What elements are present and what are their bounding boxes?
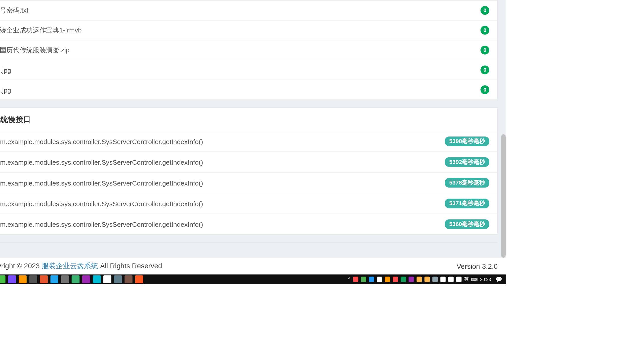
duration-badge: 5360毫秒毫秒: [445, 219, 489, 229]
taskbar-app-icon[interactable]: [40, 275, 48, 283]
slow-api-panel: 系统慢接口 com.example.modules.sys.controller…: [0, 108, 498, 235]
tray-icon[interactable]: [432, 277, 438, 282]
taskbar-app-icon[interactable]: [93, 275, 101, 283]
notification-center-icon[interactable]: 💬: [496, 276, 502, 283]
download-count-badge: 0: [480, 46, 489, 55]
api-name: com.example.modules.sys.controller.SysSe…: [0, 220, 203, 228]
file-name: 服装企业成功运作宝典1-.rmvb: [0, 26, 82, 34]
tray-icon[interactable]: [369, 277, 374, 282]
slow-api-row[interactable]: com.example.modules.sys.controller.SysSe…: [0, 173, 497, 193]
taskbar-app-icon[interactable]: [114, 275, 122, 283]
tray-icon[interactable]: [361, 277, 366, 282]
file-name: 14.jpg: [0, 86, 11, 94]
scrollbar-thumb[interactable]: [501, 134, 506, 258]
api-name: com.example.modules.sys.controller.SysSe…: [0, 200, 203, 207]
taskbar-app-icon[interactable]: [50, 275, 58, 283]
footer: Copyright © 2023 服装企业云盘系统 All Rights Res…: [0, 258, 506, 275]
tray-icon[interactable]: [385, 277, 390, 282]
tray-chevron-icon[interactable]: ^: [348, 277, 350, 282]
download-count-badge: 0: [480, 85, 489, 94]
file-name: 中国历代传统服装演变.zip: [0, 46, 69, 54]
api-name: com.example.modules.sys.controller.SysSe…: [0, 138, 203, 145]
tray-icon[interactable]: [456, 277, 462, 282]
panel-gap: [0, 235, 498, 243]
taskbar-app-icon[interactable]: [125, 275, 133, 283]
tray-icon[interactable]: [424, 277, 430, 282]
taskbar-app-icon[interactable]: [135, 275, 143, 283]
taskbar-app-icon[interactable]: [8, 275, 16, 283]
duration-badge: 5392毫秒毫秒: [445, 157, 489, 167]
taskbar-app-icon[interactable]: [82, 275, 90, 283]
ime-icon[interactable]: ⌨: [471, 277, 477, 282]
download-count-badge: 0: [480, 66, 489, 74]
footer-copyright: Copyright © 2023 服装企业云盘系统 All Rights Res…: [0, 262, 162, 271]
slow-api-row[interactable]: com.example.modules.sys.controller.SysSe…: [0, 193, 497, 214]
content-area: 首页 > 控制台 文件下载列表 账号密码.txt 0服装企业成功运作宝典1-.r…: [0, 0, 506, 275]
panel-gap: [0, 100, 498, 108]
tray-icon[interactable]: [377, 277, 382, 282]
tray-icon[interactable]: [393, 277, 398, 282]
taskbar-app-icon[interactable]: [103, 275, 111, 283]
slow-api-row[interactable]: com.example.modules.sys.controller.SysSe…: [0, 214, 497, 234]
download-row[interactable]: 中国历代传统服装演变.zip 0: [0, 40, 497, 60]
footer-version: Version 3.2.0: [457, 262, 498, 270]
api-name: com.example.modules.sys.controller.SysSe…: [0, 179, 203, 187]
tray-icon[interactable]: [417, 277, 422, 282]
duration-badge: 5371毫秒毫秒: [445, 199, 489, 208]
download-row[interactable]: 14.jpg 0: [0, 80, 497, 99]
taskbar-app-icon[interactable]: [0, 275, 6, 283]
download-row[interactable]: 账号密码.txt 0: [0, 1, 497, 21]
taskbar-app-icon[interactable]: [61, 275, 69, 283]
tray-icon[interactable]: [440, 277, 446, 282]
download-row[interactable]: 服装企业成功运作宝典1-.rmvb 0: [0, 21, 497, 40]
file-name: 账号密码.txt: [0, 6, 28, 15]
tray-icon[interactable]: [401, 277, 406, 282]
file-name: 25.jpg: [0, 66, 11, 74]
tray-icon[interactable]: [353, 277, 358, 282]
windows-taskbar: 🔍 搜索 ^ 英⌨20:23💬: [0, 275, 506, 284]
slow-api-row[interactable]: com.example.modules.sys.controller.SysSe…: [0, 152, 497, 172]
taskbar-clock[interactable]: 20:23: [480, 277, 491, 282]
duration-badge: 5398毫秒毫秒: [445, 137, 489, 146]
slow-api-row[interactable]: com.example.modules.sys.controller.SysSe…: [0, 131, 497, 152]
api-name: com.example.modules.sys.controller.SysSe…: [0, 158, 203, 166]
duration-badge: 5378毫秒毫秒: [445, 178, 489, 188]
tray-icon[interactable]: [448, 277, 454, 282]
footer-system-link[interactable]: 服装企业云盘系统: [42, 262, 98, 270]
tray-icon[interactable]: [409, 277, 414, 282]
download-count-badge: 0: [480, 26, 489, 35]
downloads-panel: 文件下载列表 账号密码.txt 0服装企业成功运作宝典1-.rmvb 0中国历代…: [0, 0, 498, 100]
taskbar-app-icon[interactable]: [72, 275, 80, 283]
taskbar-app-icon[interactable]: [19, 275, 27, 283]
ime-lang-indicator[interactable]: 英: [464, 276, 469, 283]
download-count-badge: 0: [480, 6, 489, 15]
slow-api-panel-title: 系统慢接口: [0, 108, 497, 131]
download-row[interactable]: 25.jpg 0: [0, 60, 497, 80]
taskbar-app-icon[interactable]: [29, 275, 37, 283]
